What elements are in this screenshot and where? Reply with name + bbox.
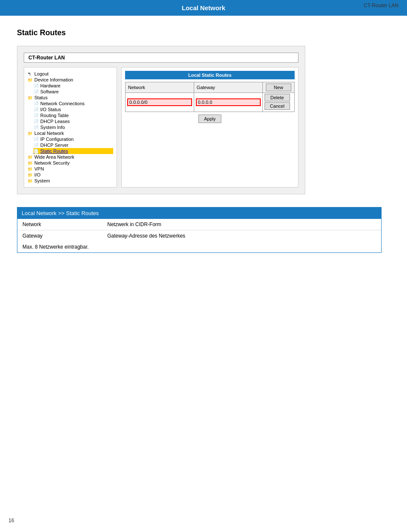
top-bar-header: Local Network	[0, 0, 407, 16]
cancel-button[interactable]: Cancel	[265, 102, 290, 110]
doc-icon: 📄	[33, 125, 39, 130]
nav-hardware-label[interactable]: Hardware	[40, 83, 61, 88]
folder-icon: 📁	[28, 179, 33, 183]
action-buttons: Delete Cancel	[262, 93, 294, 112]
max-note: Max. 8 Netzwerke eintragbar.	[17, 241, 381, 252]
config-panel: Local Static Routes Network Gateway New	[121, 67, 298, 188]
folder-icon: 📁	[28, 167, 33, 171]
page-label: CT-Router LAN	[364, 3, 399, 8]
nav-logout[interactable]: ↰ Logout	[28, 71, 113, 77]
nav-device-info-label[interactable]: Device Information	[34, 77, 73, 82]
gateway-cell	[194, 93, 262, 112]
col-gateway: Gateway	[194, 82, 262, 93]
nav-vpn-label[interactable]: VPN	[34, 166, 44, 171]
col-new-btn[interactable]: New	[262, 82, 294, 93]
nav-software[interactable]: 📄 Software	[33, 89, 113, 95]
nav-local-network-label[interactable]: Local Network	[34, 131, 64, 136]
info-table: Network Netzwerk in CIDR-Form Gateway Ga…	[17, 219, 381, 241]
nav-system-info[interactable]: 📄 System Info	[33, 124, 113, 130]
nav-network-security-label[interactable]: Network Security	[34, 160, 70, 165]
nav-static-routes-label[interactable]: Static Routes	[40, 148, 68, 154]
doc-icon: 📄	[33, 119, 39, 124]
info-row-network: Network Netzwerk in CIDR-Form	[17, 219, 381, 230]
folder-icon: 📁	[28, 131, 33, 135]
nav-network-connections-label[interactable]: Network Connections	[40, 101, 85, 106]
nav-wan-label[interactable]: Wide Area Network	[34, 154, 74, 160]
routes-table: Network Gateway New	[125, 82, 295, 112]
nav-ip-configuration[interactable]: 📄 IP Configuration	[33, 136, 113, 142]
info-table-header: Local Network >> Static Routes	[17, 207, 381, 219]
nav-wan[interactable]: 📁 Wide Area Network	[28, 154, 113, 160]
doc-icon: 📄	[33, 149, 39, 154]
nav-software-label[interactable]: Software	[40, 89, 59, 94]
nav-system-info-label[interactable]: System Info	[40, 125, 65, 130]
screenshot-box: CT-Router LAN ↰ Logout 📁 Device Informat…	[17, 46, 305, 194]
nav-io-status[interactable]: 📄 I/O Status	[33, 106, 113, 112]
nav-system-label[interactable]: System	[34, 178, 50, 183]
nav-io[interactable]: 📁 I/O	[28, 172, 113, 178]
nav-hardware[interactable]: 📄 Hardware	[33, 83, 113, 89]
apply-button[interactable]: Apply	[198, 115, 221, 123]
doc-icon: 📄	[33, 143, 39, 148]
nav-dhcp-server-label[interactable]: DHCP Server	[40, 143, 68, 148]
doc-icon: 📄	[33, 84, 39, 88]
folder-icon: 📁	[28, 78, 33, 82]
router-title: CT-Router LAN	[24, 53, 298, 63]
info-label-gateway: Gateway	[17, 230, 102, 242]
nav-dhcp-leases[interactable]: 📄 DHCP Leases	[33, 118, 113, 124]
folder-icon: 📁	[28, 95, 33, 100]
page-number: 16	[8, 518, 14, 524]
local-static-routes-header: Local Static Routes	[125, 71, 295, 79]
gateway-input[interactable]	[196, 98, 261, 106]
nav-dhcp-server[interactable]: 📄 DHCP Server	[33, 142, 113, 148]
nav-network-connections[interactable]: 📄 Network Connections	[33, 101, 113, 106]
doc-icon: 📄	[33, 137, 39, 142]
logout-icon: ↰	[28, 72, 33, 76]
nav-io-status-label[interactable]: I/O Status	[40, 107, 61, 112]
new-button[interactable]: New	[266, 84, 291, 91]
network-input[interactable]	[127, 98, 192, 106]
nav-status[interactable]: 📁 Status	[28, 95, 113, 101]
nav-panel: ↰ Logout 📁 Device Information 📄 Hardware…	[24, 67, 117, 188]
doc-icon: 📄	[33, 107, 39, 112]
nav-system[interactable]: 📁 System	[28, 178, 113, 184]
info-value-gateway: Gateway-Adresse des Netzwerkes	[102, 230, 381, 242]
folder-icon: 📁	[28, 161, 33, 165]
doc-icon: 📄	[33, 113, 39, 118]
nav-ip-configuration-label[interactable]: IP Configuration	[40, 137, 74, 142]
doc-icon: 📄	[33, 101, 39, 106]
nav-logout-label[interactable]: Logout	[34, 71, 49, 76]
nav-routing-table[interactable]: 📄 Routing Table	[33, 112, 113, 118]
folder-icon: 📁	[28, 173, 33, 177]
nav-status-label[interactable]: Status	[34, 95, 47, 100]
nav-dhcp-leases-label[interactable]: DHCP Leases	[40, 119, 70, 124]
info-table-wrapper: Local Network >> Static Routes Network N…	[17, 207, 382, 253]
doc-icon: 📄	[33, 90, 39, 94]
folder-icon: 📁	[28, 155, 33, 159]
section-title: Static Routes	[17, 28, 390, 37]
nav-vpn[interactable]: 📁 VPN	[28, 166, 113, 172]
info-row-gateway: Gateway Gateway-Adresse des Netzwerkes	[17, 230, 381, 242]
info-label-network: Network	[17, 219, 102, 230]
nav-local-network[interactable]: 📁 Local Network	[28, 130, 113, 136]
info-value-network: Netzwerk in CIDR-Form	[102, 219, 381, 230]
nav-device-info[interactable]: 📁 Device Information	[28, 77, 113, 83]
network-cell	[125, 93, 194, 112]
nav-static-routes[interactable]: 📄 Static Routes	[33, 148, 113, 154]
nav-routing-table-label[interactable]: Routing Table	[40, 113, 69, 118]
col-network: Network	[125, 82, 194, 93]
nav-network-security[interactable]: 📁 Network Security	[28, 160, 113, 166]
delete-button[interactable]: Delete	[265, 94, 290, 101]
nav-io-label[interactable]: I/O	[34, 172, 41, 177]
